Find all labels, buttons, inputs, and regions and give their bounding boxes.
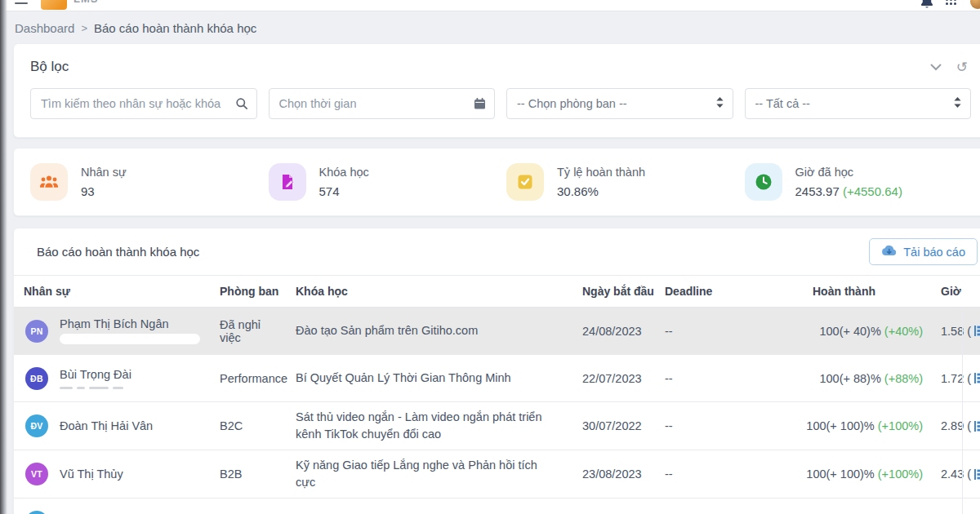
department-cell: B2C — [210, 402, 286, 450]
deadline-cell: -- — [655, 450, 725, 498]
table-header-row: Nhân sự Phòng ban Khóa học Ngày bắt đầu … — [14, 276, 980, 308]
hours-cell: 2.89 ( — [923, 402, 962, 450]
bell-icon[interactable] — [919, 0, 935, 11]
stat-completion-rate: Tỷ lệ hoàn thành 30.86% — [506, 163, 733, 201]
col-header-start-date: Ngày bắt đầu — [572, 276, 655, 307]
search-field-wrap — [30, 88, 257, 119]
table-row[interactable]: ĐV Đoàn Thị Hải Vân B2C Sát thủ video ng… — [14, 402, 980, 450]
avatar: VT — [25, 463, 48, 485]
date-range-input[interactable] — [269, 88, 496, 119]
checkbox-icon — [506, 163, 544, 201]
report-detail-icon[interactable] — [973, 419, 980, 433]
breadcrumb: Dashboard > Báo cáo hoàn thành khóa học — [0, 11, 980, 43]
breadcrumb-dashboard-link[interactable]: Dashboard — [15, 21, 74, 35]
download-report-label: Tải báo cáo — [903, 246, 965, 259]
department-cell: B2B — [210, 450, 286, 498]
collapse-chevron-down-icon[interactable] — [930, 64, 942, 71]
redacted-email — [60, 387, 131, 389]
hours-cell: 2.43 ( — [923, 450, 962, 498]
col-header-hours: Giờ đ — [923, 276, 962, 307]
stats-summary: Nhân sự 93 Khóa học 574 Tỷ lệ hoàn thành… — [13, 148, 980, 216]
employee-name: Đoàn Thị Hải Vân — [60, 419, 153, 432]
breadcrumb-separator: > — [81, 22, 87, 34]
department-cell: B2C — [210, 498, 286, 514]
report-detail-icon[interactable] — [973, 324, 980, 338]
all-filter-select[interactable]: -- Tất cả -- — [745, 88, 972, 119]
search-icon — [235, 97, 248, 110]
report-table-card: Báo cáo hoàn thành khóa học Tải báo cáo … — [13, 228, 980, 514]
course-cell: SPIN - Bán hàng bằng cách đặt câu hỏi — [286, 498, 572, 514]
report-detail-icon[interactable] — [973, 467, 980, 481]
stat-value: 30.86% — [557, 184, 645, 198]
filter-panel: Bộ lọc ↺ -- Chọn phòng ban -- — [13, 43, 980, 138]
search-input[interactable] — [30, 88, 257, 119]
department-cell: Đã nghỉ việc — [210, 308, 286, 354]
col-header-employee: Nhân sự — [14, 276, 210, 307]
deadline-cell: -- — [655, 402, 725, 450]
document-edit-icon — [269, 163, 306, 201]
redacted-email — [60, 334, 200, 344]
deadline-cell: -- — [655, 308, 725, 354]
stat-value: 2453.97 (+4550.64) — [795, 184, 902, 198]
stat-label: Nhân sự — [81, 166, 127, 179]
user-avatar[interactable] — [970, 0, 980, 9]
all-select-value: -- Tất cả -- — [755, 97, 810, 110]
stat-employees: Nhân sự 93 — [30, 163, 257, 201]
stat-hours: Giờ đã học 2453.97 (+4550.64) — [745, 163, 972, 201]
start-date-cell: 08/11/2023 — [572, 498, 655, 514]
table-row[interactable]: ĐV Đoàn Thị Hải Vân B2C SPIN - Bán hàng … — [14, 498, 980, 514]
stat-value: 93 — [81, 184, 127, 198]
calendar-icon[interactable] — [474, 98, 486, 110]
hours-cell: 1.58 ( — [923, 308, 962, 354]
stat-label: Khóa học — [319, 166, 369, 179]
topbar: LMS — [0, 0, 980, 11]
stat-delta: (+4550.64) — [843, 184, 902, 198]
course-cell: Bí Quyết Quản Lý Thời Gian Thông Minh — [286, 355, 572, 401]
download-report-button[interactable]: Tải báo cáo — [869, 238, 978, 265]
avatar: ĐV — [25, 414, 48, 437]
stat-courses: Khóa học 574 — [269, 163, 496, 201]
stat-value: 574 — [319, 184, 369, 198]
table-row[interactable]: PN Phạm Thị Bích Ngân Đã nghỉ việc Đào t… — [14, 308, 980, 355]
date-field-wrap — [269, 88, 496, 119]
hours-cell: 1.72 ( — [923, 355, 962, 401]
department-cell: Performance — [210, 355, 286, 401]
select-arrows-icon — [716, 97, 724, 110]
hamburger-icon[interactable] — [15, 0, 28, 7]
completion-cell: 100(+ 88)% (+88%) — [725, 355, 923, 401]
select-arrows-icon — [954, 97, 961, 110]
report-title: Báo cáo hoàn thành khóa học — [37, 245, 199, 259]
filter-title: Bộ lọc — [30, 59, 69, 75]
start-date-cell: 30/07/2022 — [572, 402, 655, 450]
stat-label: Giờ đã học — [795, 166, 902, 179]
col-header-actions — [962, 282, 980, 300]
breadcrumb-current: Báo cáo hoàn thành khóa học — [94, 21, 256, 35]
col-header-deadline: Deadline — [655, 276, 725, 307]
clock-icon — [745, 163, 782, 201]
apps-grid-icon[interactable] — [946, 0, 956, 5]
employee-name: Vũ Thị Thủy — [60, 467, 123, 481]
col-header-completion: Hoàn thành — [725, 276, 923, 307]
collapsed-sidebar-edge — [0, 0, 7, 514]
start-date-cell: 22/07/2023 — [572, 355, 655, 401]
avatar: ĐB — [25, 367, 48, 390]
completion-cell: 100(+ 100)% (+100%) — [725, 450, 923, 498]
completion-cell: 100(+ 100)% (+100%) — [725, 498, 923, 514]
cloud-download-icon — [881, 245, 897, 259]
stat-label: Tỷ lệ hoàn thành — [557, 166, 645, 179]
folder-logo-icon[interactable] — [41, 0, 67, 10]
reset-filter-icon[interactable]: ↺ — [956, 60, 968, 74]
completion-cell: 100(+ 100)% (+100%) — [725, 402, 923, 450]
report-detail-icon[interactable] — [973, 371, 980, 385]
table-row[interactable]: VT Vũ Thị Thủy B2B Kỹ năng Giao tiếp Lắn… — [14, 450, 980, 498]
logo-text: LMS — [74, 0, 98, 5]
col-header-course: Khóa học — [286, 276, 572, 307]
course-cell: Kỹ năng Giao tiếp Lắng nghe và Phản hồi … — [286, 450, 572, 498]
start-date-cell: 24/08/2023 — [572, 308, 655, 354]
employee-name: Bùi Trọng Đài — [60, 368, 131, 381]
avatar: ĐV — [25, 511, 48, 514]
users-icon — [30, 163, 68, 201]
department-select[interactable]: -- Chọn phòng ban -- — [506, 88, 733, 119]
table-row[interactable]: ĐB Bùi Trọng Đài Performance Bí Quyết Qu… — [14, 355, 980, 402]
hours-cell: 0.58 ( — [923, 498, 962, 514]
